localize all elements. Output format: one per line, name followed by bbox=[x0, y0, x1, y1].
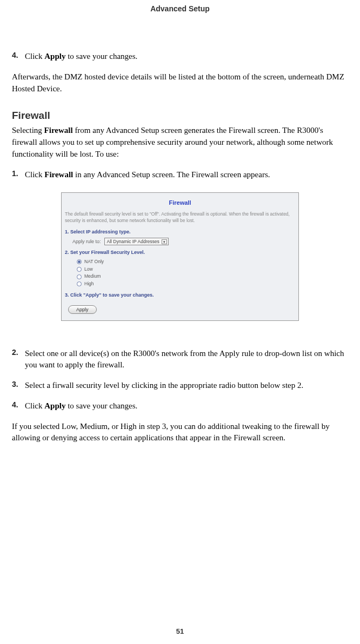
page-header: Advanced Setup bbox=[12, 4, 348, 13]
text-post: to save your changes. bbox=[65, 401, 137, 410]
intro-paragraph: Selecting Firewall from any Advanced Set… bbox=[12, 125, 348, 160]
step-text: Select one or all device(s) on the R3000… bbox=[25, 348, 348, 372]
step-text: Click Apply to save your changes. bbox=[25, 400, 348, 412]
chevron-down-icon: ▾ bbox=[162, 239, 167, 244]
radio-label: High bbox=[84, 280, 94, 288]
radio-low[interactable]: Low bbox=[77, 266, 295, 273]
text-post: to save your changes. bbox=[65, 52, 137, 61]
step-number: 2. bbox=[12, 348, 25, 372]
text-bold: Firewall bbox=[44, 126, 73, 135]
step-4-top: 4. Click Apply to save your changes. bbox=[12, 51, 348, 63]
step-number: 4. bbox=[12, 400, 25, 412]
apply-rule-row: Apply rule to: All Dynamic IP Addresses … bbox=[72, 238, 295, 245]
text-pre: Click bbox=[25, 401, 44, 410]
ip-address-select[interactable]: All Dynamic IP Addresses ▾ bbox=[104, 238, 169, 245]
page-number: 51 bbox=[0, 627, 360, 635]
step-number: 4. bbox=[12, 51, 25, 63]
apply-button[interactable]: Apply bbox=[68, 305, 97, 314]
panel-description: The default firewall security level is s… bbox=[65, 211, 295, 224]
text-post: in any Advanced Setup screen. The Firewa… bbox=[73, 170, 270, 179]
text-bold: Firewall bbox=[44, 170, 73, 179]
afterwards-paragraph: Afterwards, the DMZ hosted device detail… bbox=[12, 71, 348, 95]
step-number: 1. bbox=[12, 169, 25, 181]
text-pre: Click bbox=[25, 52, 44, 61]
security-level-radios: NAT Only Low Medium High bbox=[77, 258, 295, 287]
radio-label: Medium bbox=[84, 273, 101, 280]
radio-label: NAT Only bbox=[84, 258, 104, 266]
radio-nat-only[interactable]: NAT Only bbox=[77, 258, 295, 266]
select-value: All Dynamic IP Addresses bbox=[107, 239, 159, 244]
panel-step2-label: 2. Set your Firewall Security Level. bbox=[65, 250, 295, 255]
text-pre: Click bbox=[25, 170, 44, 179]
radio-icon bbox=[77, 274, 82, 279]
radio-icon bbox=[77, 259, 82, 264]
text-pre: Selecting bbox=[12, 126, 44, 135]
step-1: 1. Click Firewall in any Advanced Setup … bbox=[12, 169, 348, 181]
radio-high[interactable]: High bbox=[77, 280, 295, 288]
text-bold: Apply bbox=[44, 401, 65, 410]
step-text: Click Firewall in any Advanced Setup scr… bbox=[25, 169, 348, 181]
radio-icon bbox=[77, 281, 82, 286]
step-text: Select a firwall security level by click… bbox=[25, 380, 348, 392]
step-2: 2. Select one or all device(s) on the R3… bbox=[12, 348, 348, 372]
apply-rule-label: Apply rule to: bbox=[72, 239, 101, 244]
panel-step3-label: 3. Click "Apply" to save your changes. bbox=[65, 292, 295, 298]
text-bold: Apply bbox=[44, 52, 65, 61]
section-heading-firewall: Firewall bbox=[12, 110, 348, 122]
tail-paragraph: If you selected Low, Medium, or High in … bbox=[12, 421, 348, 445]
radio-medium[interactable]: Medium bbox=[77, 273, 295, 280]
radio-icon bbox=[77, 267, 82, 272]
step-text: Click Apply to save your changes. bbox=[25, 51, 348, 63]
firewall-panel: Firewall The default firewall security l… bbox=[61, 192, 299, 320]
step-4-bottom: 4. Click Apply to save your changes. bbox=[12, 400, 348, 412]
panel-title: Firewall bbox=[65, 199, 295, 206]
step-number: 3. bbox=[12, 380, 25, 392]
step-3: 3. Select a firwall security level by cl… bbox=[12, 380, 348, 392]
panel-step1-label: 1. Select IP addressing type. bbox=[65, 229, 295, 234]
radio-label: Low bbox=[84, 266, 93, 273]
